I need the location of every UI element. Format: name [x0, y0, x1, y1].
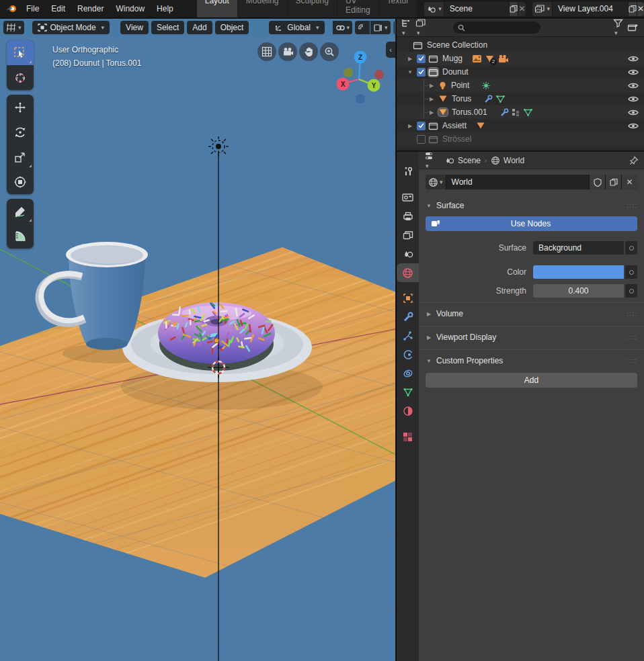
eye-icon[interactable] [628, 55, 639, 62]
filter-funnel-dropdown[interactable]: ▾ [613, 19, 623, 37]
world-icon[interactable] [397, 263, 419, 282]
panel-grip[interactable]: ········ [627, 335, 637, 340]
pan-hand-icon[interactable] [299, 42, 318, 61]
surface-panel-header[interactable]: ▼Surface ········ [426, 197, 637, 214]
animate-dot[interactable] [625, 241, 637, 255]
view-layer-remove-button[interactable]: ✕ [637, 2, 644, 16]
scene-copy-button[interactable] [509, 2, 518, 16]
select-menu[interactable]: Select [151, 21, 184, 34]
properties-editor-type-icon[interactable]: ▾ [424, 151, 435, 170]
magnet-icon[interactable] [355, 21, 370, 34]
cursor-tool[interactable] [7, 65, 34, 90]
blender-logo-icon[interactable] [5, 4, 17, 13]
texture-icon[interactable] [397, 427, 419, 446]
outliner-row-scene-collection[interactable]: Scene Collection [397, 38, 644, 52]
use-nodes-button[interactable]: Use Nodes [426, 216, 637, 231]
donut-object[interactable] [158, 302, 275, 371]
object-data-icon[interactable] [397, 383, 419, 402]
snap-with-icon[interactable]: ▾ [370, 21, 391, 34]
editor-type-icon[interactable]: ▾ [3, 21, 24, 34]
view-layer-browse-button[interactable]: ▾ [532, 2, 553, 16]
view-layer-name[interactable]: View Layer.004 [553, 4, 628, 13]
breadcrumb-world[interactable]: World [491, 156, 524, 165]
navigation-gizmo[interactable]: Z X Y [335, 46, 389, 109]
collection-checkbox[interactable] [417, 135, 426, 144]
outliner-row-strossel[interactable]: Strössel [397, 132, 644, 146]
scale-tool[interactable] [7, 144, 34, 169]
eye-icon[interactable] [628, 109, 639, 116]
surface-dropdown[interactable]: Background [533, 241, 624, 255]
outliner-row-torus-001[interactable]: ▶ Torus.001 [397, 105, 644, 119]
menu-edit[interactable]: Edit [45, 0, 71, 17]
outliner-row-dounut[interactable]: ▼ Dounut [397, 65, 644, 79]
outliner-row-mugg[interactable]: ▶ Mugg 2 [397, 52, 644, 65]
tab-sculpting[interactable]: Sculpting [288, 0, 337, 17]
add-custom-property-button[interactable]: Add [426, 373, 637, 388]
collection-checkbox[interactable] [417, 54, 426, 63]
new-collection-button[interactable] [627, 23, 639, 32]
eye-icon[interactable] [628, 69, 639, 76]
unlink-icon[interactable]: ✕ [621, 175, 637, 189]
particles-icon[interactable] [397, 326, 419, 345]
menu-file[interactable]: File [20, 0, 45, 17]
fake-user-shield-icon[interactable] [589, 175, 605, 189]
object-menu[interactable]: Object [215, 21, 249, 34]
collection-checkbox[interactable] [417, 68, 426, 77]
outliner-row-assiett[interactable]: ▶ Assiett [397, 119, 644, 132]
scene-unlink-button[interactable]: ✕ [518, 2, 526, 16]
constraints-icon[interactable] [397, 364, 419, 383]
outliner-search-input[interactable] [453, 21, 540, 34]
object-icon[interactable] [397, 289, 419, 308]
animate-dot[interactable] [625, 265, 637, 279]
render-icon[interactable] [397, 188, 419, 207]
animate-dot[interactable] [625, 284, 637, 298]
transform-tool[interactable] [7, 169, 34, 194]
add-menu[interactable]: Add [187, 21, 212, 34]
tab-modeling[interactable]: Modeling [238, 0, 287, 17]
scene-icon[interactable] [397, 245, 419, 263]
outliner-row-point[interactable]: ▶ Point [397, 79, 644, 92]
breadcrumb-scene[interactable]: Scene [444, 156, 481, 165]
menu-help[interactable]: Help [151, 0, 179, 17]
gizmo-minus-x[interactable] [374, 70, 384, 79]
annotate-tool[interactable] [7, 199, 34, 224]
scene-browse-button[interactable]: ▾ [424, 2, 444, 16]
copy-icon[interactable] [605, 175, 621, 189]
panel-grip[interactable]: ········ [627, 311, 637, 316]
view-layer-copy-button[interactable] [628, 2, 637, 16]
output-icon[interactable] [397, 207, 419, 226]
grid-toggle-icon[interactable] [257, 42, 276, 61]
volume-panel-header[interactable]: ▶Volume ········ [426, 306, 637, 322]
pin-icon[interactable] [629, 156, 639, 165]
view-layer-icon[interactable] [397, 226, 419, 245]
tab-texture-paint[interactable]: Textur [379, 0, 417, 17]
world-color-swatch[interactable] [533, 265, 624, 279]
eye-icon[interactable] [628, 122, 639, 130]
eye-icon[interactable] [628, 95, 639, 103]
collection-checkbox[interactable] [417, 122, 426, 130]
mode-dropdown[interactable]: Object Mode▾ [32, 21, 110, 34]
scene-name[interactable]: Scene [444, 4, 509, 13]
physics-icon[interactable] [397, 345, 419, 364]
gizmo-minus-z[interactable] [356, 94, 365, 103]
menu-render[interactable]: Render [71, 0, 110, 17]
viewport-canvas[interactable]: User Orthographic (208) Dounut | Torus.0… [0, 36, 395, 661]
snap-target-icon[interactable]: ▾ [333, 21, 353, 34]
measure-tool[interactable] [7, 224, 34, 249]
sidebar-toggle[interactable]: ‹ [386, 42, 395, 58]
tab-layout[interactable]: Layout [197, 0, 237, 17]
panel-grip[interactable]: ········ [627, 358, 637, 363]
world-name-field[interactable]: World [446, 177, 589, 187]
gizmo-minus-y[interactable] [344, 68, 353, 77]
rotate-tool[interactable] [7, 120, 34, 144]
strength-slider[interactable]: 0.400 [533, 284, 624, 298]
orientation-dropdown[interactable]: Global▾ [269, 21, 324, 34]
menu-window[interactable]: Window [110, 0, 151, 17]
custom-properties-panel-header[interactable]: ▼Custom Properties ········ [426, 353, 637, 369]
tool-icon[interactable] [397, 163, 419, 181]
display-mode-dropdown[interactable]: ▾ [401, 18, 411, 37]
view-menu[interactable]: View [120, 21, 149, 34]
filter-id-type-dropdown[interactable]: ▾ [415, 18, 426, 37]
panel-grip[interactable]: ········ [627, 203, 637, 208]
modifiers-icon[interactable] [397, 308, 419, 326]
